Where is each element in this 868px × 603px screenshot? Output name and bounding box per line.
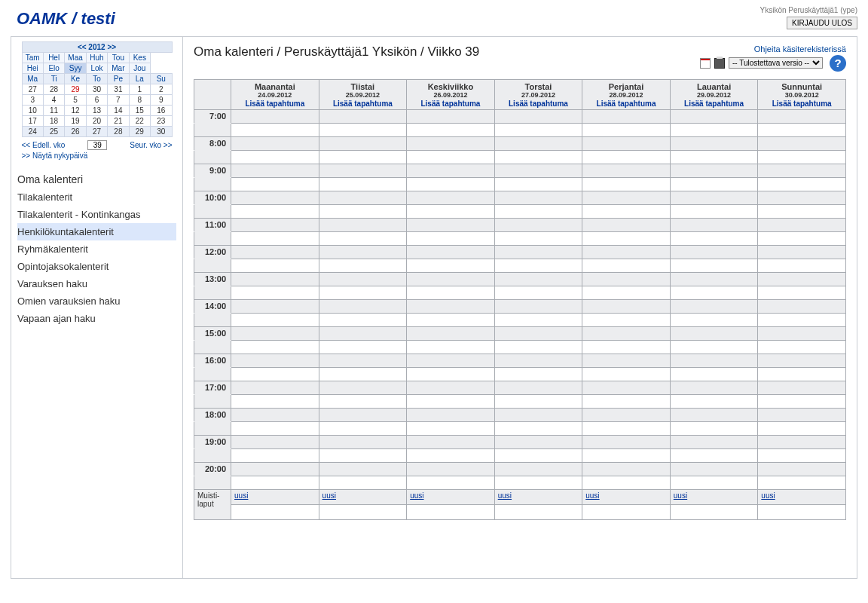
- time-slot[interactable]: [231, 178, 319, 191]
- new-note-link[interactable]: uusi: [410, 491, 423, 500]
- help-icon[interactable]: ?: [830, 55, 846, 72]
- add-event-link[interactable]: Lisää tapahtuma: [509, 99, 568, 108]
- time-slot[interactable]: [319, 463, 407, 476]
- time-slot[interactable]: [758, 409, 846, 422]
- time-slot[interactable]: [231, 232, 319, 246]
- time-slot[interactable]: [231, 463, 319, 476]
- time-slot[interactable]: [582, 449, 671, 463]
- time-slot[interactable]: [494, 232, 582, 246]
- time-slot[interactable]: [407, 205, 495, 219]
- time-slot[interactable]: [231, 314, 319, 327]
- time-slot[interactable]: [670, 110, 758, 124]
- time-slot[interactable]: [582, 232, 671, 246]
- time-slot[interactable]: [494, 300, 582, 314]
- time-slot[interactable]: [319, 232, 407, 246]
- time-slot[interactable]: [319, 205, 407, 219]
- time-slot[interactable]: [319, 151, 407, 164]
- mini-day[interactable]: 9: [151, 95, 172, 106]
- time-slot[interactable]: [670, 409, 758, 422]
- add-event-link[interactable]: Lisää tapahtuma: [597, 99, 656, 108]
- time-slot[interactable]: [407, 463, 495, 476]
- mini-day[interactable]: 14: [108, 106, 129, 116]
- mini-day[interactable]: 30: [86, 84, 107, 95]
- time-slot[interactable]: [494, 246, 582, 259]
- time-slot[interactable]: [494, 463, 582, 476]
- time-slot[interactable]: [670, 368, 758, 381]
- time-slot[interactable]: [231, 341, 319, 354]
- note-cell[interactable]: uusi: [758, 490, 846, 505]
- time-slot[interactable]: [670, 178, 758, 191]
- time-slot[interactable]: [758, 463, 846, 476]
- time-slot[interactable]: [670, 164, 758, 178]
- time-slot[interactable]: [407, 273, 495, 286]
- week-number-input[interactable]: [87, 140, 107, 150]
- note-cell[interactable]: [319, 505, 407, 520]
- month-Elo[interactable]: Elo: [43, 63, 64, 74]
- time-slot[interactable]: [407, 178, 495, 191]
- time-slot[interactable]: [319, 178, 407, 191]
- note-cell[interactable]: uusi: [494, 490, 582, 505]
- mini-day[interactable]: 27: [22, 84, 43, 95]
- time-slot[interactable]: [758, 178, 846, 191]
- time-slot[interactable]: [582, 409, 671, 422]
- time-slot[interactable]: [758, 137, 846, 151]
- mini-day[interactable]: 13: [86, 106, 107, 116]
- time-slot[interactable]: [231, 259, 319, 273]
- note-cell[interactable]: [494, 505, 582, 520]
- sidebar-item[interactable]: Ryhmäkalenterit: [17, 240, 176, 258]
- month-Tam[interactable]: Tam: [22, 53, 43, 63]
- time-slot[interactable]: [670, 124, 758, 137]
- time-slot[interactable]: [494, 164, 582, 178]
- month-Kes[interactable]: Kes: [129, 53, 150, 63]
- mini-day[interactable]: 11: [43, 106, 64, 116]
- time-slot[interactable]: [231, 286, 319, 300]
- time-slot[interactable]: [758, 124, 846, 137]
- mini-day[interactable]: 12: [65, 106, 86, 116]
- time-slot[interactable]: [494, 381, 582, 395]
- time-slot[interactable]: [494, 191, 582, 205]
- new-note-link[interactable]: uusi: [585, 491, 599, 500]
- time-slot[interactable]: [319, 436, 407, 449]
- time-slot[interactable]: [319, 286, 407, 300]
- time-slot[interactable]: [494, 314, 582, 327]
- note-cell[interactable]: uusi: [231, 490, 319, 505]
- mini-day[interactable]: 28: [108, 127, 129, 137]
- time-slot[interactable]: [407, 124, 495, 137]
- time-slot[interactable]: [582, 422, 671, 436]
- help-link[interactable]: Ohjeita käsiterekisterissä: [754, 44, 846, 54]
- time-slot[interactable]: [758, 110, 846, 124]
- time-slot[interactable]: [494, 368, 582, 381]
- print-icon[interactable]: [714, 58, 725, 69]
- month-Jou[interactable]: Jou: [129, 63, 150, 74]
- time-slot[interactable]: [494, 110, 582, 124]
- time-slot[interactable]: [319, 110, 407, 124]
- time-slot[interactable]: [231, 205, 319, 219]
- time-slot[interactable]: [319, 137, 407, 151]
- time-slot[interactable]: [582, 368, 671, 381]
- time-slot[interactable]: [582, 205, 671, 219]
- month-Huh[interactable]: Huh: [86, 53, 107, 63]
- time-slot[interactable]: [670, 137, 758, 151]
- mini-day[interactable]: 6: [86, 95, 107, 106]
- month-Maa[interactable]: Maa: [65, 53, 86, 63]
- mini-day[interactable]: 17: [22, 116, 43, 127]
- mini-day[interactable]: 16: [151, 106, 172, 116]
- time-slot[interactable]: [494, 219, 582, 232]
- time-slot[interactable]: [494, 259, 582, 273]
- time-slot[interactable]: [758, 381, 846, 395]
- time-slot[interactable]: [407, 164, 495, 178]
- time-slot[interactable]: [494, 449, 582, 463]
- time-slot[interactable]: [670, 381, 758, 395]
- mini-day[interactable]: 19: [65, 116, 86, 127]
- time-slot[interactable]: [494, 205, 582, 219]
- month-Mar[interactable]: Mar: [108, 63, 129, 74]
- time-slot[interactable]: [582, 178, 671, 191]
- time-slot[interactable]: [494, 151, 582, 164]
- time-slot[interactable]: [758, 232, 846, 246]
- sidebar-item[interactable]: Vapaan ajan haku: [17, 310, 176, 327]
- time-slot[interactable]: [758, 395, 846, 409]
- time-slot[interactable]: [407, 327, 495, 341]
- time-slot[interactable]: [758, 191, 846, 205]
- time-slot[interactable]: [758, 151, 846, 164]
- time-slot[interactable]: [319, 246, 407, 259]
